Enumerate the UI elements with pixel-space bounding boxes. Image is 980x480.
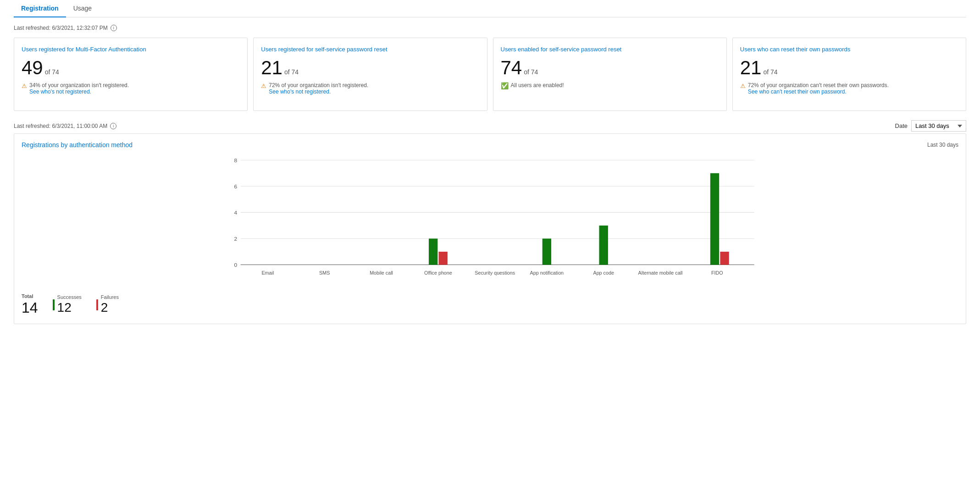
first-refresh-row: Last refreshed: 6/3/2021, 12:32:07 PM i: [14, 25, 966, 31]
card-enabled: Users enabled for self-service password …: [493, 38, 727, 111]
second-refresh-row: Last refreshed: 6/3/2021, 11:00:00 AM i …: [14, 120, 966, 132]
legend-text-failure: Failures 2: [101, 294, 119, 315]
card-sspr-title: Users registered for self-service passwo…: [261, 45, 479, 54]
chart-title: Registrations by authentication method: [22, 141, 133, 149]
chart-area: 8 6 4 2 0: [22, 152, 958, 281]
card-enabled-status: ✅ All users are enabled!: [501, 82, 719, 89]
chart-period: Last 30 days: [927, 142, 958, 148]
legend-text-success: Successes 12: [57, 294, 82, 315]
card-can-reset-status-text: 72% of your organization can't reset the…: [748, 82, 889, 95]
card-mfa-status: ⚠ 34% of your organization isn't registe…: [22, 82, 240, 95]
svg-text:2: 2: [234, 236, 238, 242]
chart-footer: Total 14 Successes 12 Failures 2: [22, 288, 958, 316]
total-label: Total: [22, 293, 38, 299]
legend-bar-green: [53, 299, 55, 310]
bar-office-phone-failure: [439, 252, 448, 265]
date-filter-select[interactable]: Last 30 days Last 7 days Last 24 hours: [911, 120, 966, 132]
card-mfa-link[interactable]: See who's not registered.: [29, 88, 91, 95]
svg-text:0: 0: [234, 262, 238, 268]
card-can-reset: Users who can reset their own passwords …: [732, 38, 966, 111]
legend-value-success: 12: [57, 300, 82, 315]
summary-cards: Users registered for Multi-Factor Authen…: [14, 38, 966, 111]
card-mfa-suffix: of 74: [45, 69, 59, 75]
card-sspr-status-text: 72% of your organization isn't registere…: [269, 82, 368, 95]
legend-failures: Failures 2: [96, 294, 119, 315]
chart-header: Registrations by authentication method L…: [22, 141, 958, 149]
svg-text:Security questions: Security questions: [475, 270, 515, 276]
chart-section: Registrations by authentication method L…: [14, 133, 966, 324]
second-refresh-text: Last refreshed: 6/3/2021, 11:00:00 AM: [14, 123, 107, 129]
svg-text:8: 8: [234, 157, 238, 164]
first-refresh-info-icon[interactable]: i: [111, 25, 117, 31]
chart-svg: 8 6 4 2 0: [22, 152, 958, 281]
tab-bar: Registration Usage: [14, 0, 966, 17]
card-enabled-number: 74: [501, 58, 522, 77]
warning-icon-can-reset: ⚠: [740, 83, 746, 89]
card-sspr-count: 21 of 74: [261, 58, 479, 77]
card-can-reset-link[interactable]: See who can't reset their own password.: [748, 88, 847, 95]
card-mfa-number: 49: [22, 58, 43, 77]
card-can-reset-suffix: of 74: [763, 69, 777, 75]
card-can-reset-count: 21 of 74: [740, 58, 958, 77]
card-enabled-suffix: of 74: [524, 69, 538, 75]
card-sspr: Users registered for self-service passwo…: [253, 38, 487, 111]
svg-text:FIDO: FIDO: [711, 270, 723, 276]
success-icon-enabled: ✅: [501, 82, 509, 89]
card-mfa-title: Users registered for Multi-Factor Authen…: [22, 45, 240, 54]
legend-label-failure: Failures: [101, 294, 119, 300]
card-enabled-title: Users enabled for self-service password …: [501, 45, 719, 54]
warning-icon-sspr: ⚠: [261, 83, 266, 89]
bar-app-notification-success: [543, 238, 551, 265]
svg-text:App notification: App notification: [530, 270, 564, 276]
bar-fido-success: [710, 173, 719, 265]
svg-text:SMS: SMS: [319, 270, 330, 276]
legend-successes: Successes 12: [53, 294, 82, 315]
second-refresh-info-icon[interactable]: i: [110, 123, 116, 129]
second-refresh-left: Last refreshed: 6/3/2021, 11:00:00 AM i: [14, 123, 116, 129]
legend-bar-red: [96, 299, 98, 310]
card-sspr-status: ⚠ 72% of your organization isn't registe…: [261, 82, 479, 95]
svg-text:6: 6: [234, 183, 238, 190]
svg-text:App code: App code: [593, 270, 614, 276]
svg-text:Alternate mobile call: Alternate mobile call: [638, 270, 683, 276]
date-filter-label: Date: [895, 122, 908, 129]
warning-icon-mfa: ⚠: [22, 83, 27, 89]
legend-value-failure: 2: [101, 300, 119, 315]
card-can-reset-number: 21: [740, 58, 762, 77]
card-enabled-count: 74 of 74: [501, 58, 719, 77]
bar-office-phone-success: [429, 238, 437, 265]
svg-text:Email: Email: [261, 270, 274, 276]
total-value: 14: [22, 299, 38, 316]
date-filter-row: Date Last 30 days Last 7 days Last 24 ho…: [895, 120, 966, 132]
card-can-reset-title: Users who can reset their own passwords: [740, 45, 958, 54]
card-sspr-number: 21: [261, 58, 282, 77]
svg-text:4: 4: [234, 210, 238, 216]
legend-label-success: Successes: [57, 294, 82, 300]
card-sspr-suffix: of 74: [284, 69, 299, 75]
tab-registration[interactable]: Registration: [14, 0, 66, 17]
card-enabled-status-text: All users are enabled!: [511, 82, 564, 88]
svg-text:Office phone: Office phone: [424, 270, 452, 276]
bar-app-code-success: [599, 226, 608, 265]
card-mfa-count: 49 of 74: [22, 58, 240, 77]
total-section: Total 14: [22, 293, 38, 316]
card-can-reset-status: ⚠ 72% of your organization can't reset t…: [740, 82, 958, 95]
tab-usage[interactable]: Usage: [66, 0, 99, 17]
card-mfa: Users registered for Multi-Factor Authen…: [14, 38, 248, 111]
card-mfa-status-text: 34% of your organization isn't registere…: [29, 82, 129, 95]
svg-text:Mobile call: Mobile call: [370, 270, 393, 276]
first-refresh-text: Last refreshed: 6/3/2021, 12:32:07 PM: [14, 25, 108, 31]
card-sspr-link[interactable]: See who's not registered.: [269, 88, 331, 95]
bar-fido-failure: [720, 252, 729, 265]
